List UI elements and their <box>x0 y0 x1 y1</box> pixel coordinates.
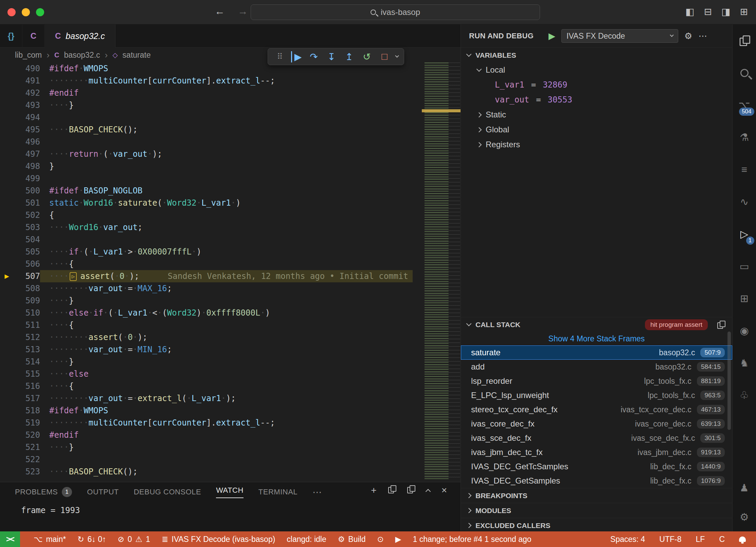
step-into-button[interactable]: ↧ <box>325 51 338 62</box>
build-item[interactable]: ⚙ Build <box>338 535 366 544</box>
toolbar-chevron-icon[interactable] <box>395 54 399 58</box>
sync-item[interactable]: ↻ 6↓ 0↑ <box>77 535 106 544</box>
go-forward-button[interactable]: → <box>238 5 248 17</box>
code-line[interactable]: 499 <box>0 172 461 185</box>
code-line[interactable]: 503····Word16·var_out; <box>0 221 461 233</box>
stack-frame[interactable]: stereo_tcx_core_dec_fxivas_tcx_core_dec.… <box>461 402 732 417</box>
stack-frame[interactable]: saturatebasop32.c507:9 <box>461 345 732 360</box>
pinned-tab-c-file[interactable]: C <box>22 24 45 48</box>
code-line[interactable]: ▶507····▷assert(·0·);Sandesh Venkatesh, … <box>0 270 461 282</box>
start-debugging-button[interactable]: ▶ <box>548 31 555 41</box>
panel-tab-output[interactable]: OUTPUT <box>87 482 119 502</box>
glyph-margin[interactable] <box>0 62 14 75</box>
modules-section-header[interactable]: MODULES <box>461 503 732 518</box>
glyph-margin[interactable] <box>0 466 14 478</box>
toggle-secondary-sidebar-icon[interactable]: ◨ <box>721 6 730 17</box>
variables-registers-group[interactable]: Registers <box>461 137 732 152</box>
glyph-margin[interactable] <box>0 417 14 429</box>
glyph-margin[interactable] <box>0 404 14 417</box>
add-watch-icon[interactable]: + <box>371 485 376 496</box>
glyph-margin[interactable] <box>0 99 14 111</box>
panel-tab-problems[interactable]: PROBLEMS1 <box>15 482 72 502</box>
glyph-margin[interactable] <box>0 221 14 233</box>
debug-config-select[interactable]: IVAS FX Decode <box>561 29 678 43</box>
glyph-margin[interactable] <box>0 319 14 331</box>
breakpoints-section-header[interactable]: BREAKPOINTS <box>461 488 732 503</box>
variables-section-header[interactable]: VARIABLES <box>461 48 732 62</box>
variables-global-group[interactable]: Global <box>461 122 732 137</box>
step-out-button[interactable]: ↥ <box>343 51 356 62</box>
code-line[interactable]: 517········var_out·=·extract_l(·L_var1·)… <box>0 392 461 404</box>
glyph-margin[interactable] <box>0 380 14 392</box>
code-line[interactable]: 501static·Word16·saturate(·Word32·L_var1… <box>0 197 461 209</box>
glyph-margin[interactable] <box>0 197 14 209</box>
beaker-icon[interactable]: ⚗ <box>733 121 756 153</box>
variable-item[interactable]: var_out = 30553 <box>461 92 732 107</box>
stack-frame[interactable]: E_LPC_lsp_unweightlpc_tools_fx.c963:5 <box>461 388 732 402</box>
maximize-panel-icon[interactable] <box>426 485 430 496</box>
run-and-debug-icon[interactable]: ▷ 1 <box>733 218 756 250</box>
code-line[interactable]: 516····{ <box>0 380 461 392</box>
breadcrumb-file[interactable]: basop32.c <box>64 51 100 60</box>
glyph-margin[interactable] <box>0 148 14 160</box>
copilot-icon[interactable]: ♞ <box>733 347 756 379</box>
remote-explorer-icon[interactable]: ∿ <box>733 186 756 218</box>
code-line[interactable]: 521····} <box>0 441 461 453</box>
stack-frame[interactable]: IVAS_DEC_GetTcSampleslib_dec_fx.c1440:9 <box>461 459 732 474</box>
code-line[interactable]: 493····} <box>0 99 461 111</box>
toggle-primary-sidebar-icon[interactable]: ◧ <box>685 6 694 17</box>
explorer-icon[interactable] <box>733 24 756 57</box>
close-window-button[interactable] <box>7 8 16 16</box>
go-back-button[interactable]: ← <box>215 5 225 17</box>
glyph-margin[interactable] <box>0 356 14 368</box>
eol-item[interactable]: LF <box>696 535 705 544</box>
code-line[interactable]: 496 <box>0 136 461 148</box>
code-line[interactable]: 511····{ <box>0 319 461 331</box>
code-line[interactable]: 498} <box>0 160 461 172</box>
drag-handle-icon[interactable]: ⠿ <box>273 52 286 61</box>
glyph-margin[interactable] <box>0 307 14 319</box>
run-task-item[interactable]: ▶ <box>395 535 401 544</box>
leaf-extension-icon[interactable]: ♧ <box>733 379 756 411</box>
code-line[interactable]: 519········multiCounter[currCounter].ext… <box>0 417 461 429</box>
settings-gear-icon[interactable]: ⚙ <box>733 502 756 531</box>
search-icon[interactable] <box>733 57 756 89</box>
panel-tab-watch[interactable]: WATCH <box>216 482 244 502</box>
code-line[interactable]: 512········assert(·0·); <box>0 331 461 343</box>
outline-icon[interactable]: ≡ <box>733 153 756 186</box>
glyph-margin[interactable] <box>0 441 14 453</box>
clangd-status-item[interactable]: clangd: idle <box>287 535 326 544</box>
testing-icon[interactable]: ◉ <box>733 315 756 347</box>
notifications-item[interactable] <box>739 536 746 542</box>
glyph-margin[interactable] <box>0 185 14 197</box>
language-mode-item[interactable]: C <box>719 535 725 544</box>
glyph-margin[interactable] <box>0 331 14 343</box>
change-info-item[interactable]: 1 change; before #4 1 second ago <box>413 535 531 544</box>
glyph-margin[interactable] <box>0 295 14 307</box>
glyph-margin[interactable] <box>0 233 14 246</box>
source-control-icon[interactable]: ⌥ 504 <box>733 89 756 121</box>
glyph-margin[interactable] <box>0 87 14 99</box>
code-line[interactable]: 514····} <box>0 356 461 368</box>
debug-target-item[interactable]: ≣ IVAS FX Decode (ivas-basop) <box>162 535 275 544</box>
watch-expression[interactable]: frame = 1993 <box>21 506 80 515</box>
continue-button[interactable]: ▶ <box>291 51 303 62</box>
bug-item[interactable]: ⊙ <box>377 535 383 544</box>
code-line[interactable]: 515····else <box>0 368 461 380</box>
minimap[interactable] <box>422 62 461 479</box>
extensions-icon[interactable]: ⊞ <box>733 282 756 315</box>
breadcrumb-folder[interactable]: lib_com <box>15 51 42 60</box>
code-line[interactable]: 494 <box>0 111 461 124</box>
tab-basop32[interactable]: C basop32.c <box>45 24 115 48</box>
copy-call-stack-icon[interactable] <box>717 321 725 329</box>
minimize-window-button[interactable] <box>22 8 30 16</box>
glyph-margin[interactable] <box>0 343 14 356</box>
glyph-margin[interactable] <box>0 136 14 148</box>
branch-item[interactable]: ⌥ main* <box>34 535 66 544</box>
code-line[interactable]: 504 <box>0 233 461 246</box>
code-line[interactable]: 523····BASOP_CHECK(); <box>0 466 461 478</box>
debug-settings-gear-icon[interactable]: ⚙ <box>684 31 692 41</box>
glyph-margin[interactable] <box>0 246 14 258</box>
call-stack-section-header[interactable]: CALL STACK hit program assert <box>461 317 732 332</box>
stack-frame[interactable]: ivas_sce_dec_fxivas_sce_dec_fx.c301:5 <box>461 431 732 445</box>
